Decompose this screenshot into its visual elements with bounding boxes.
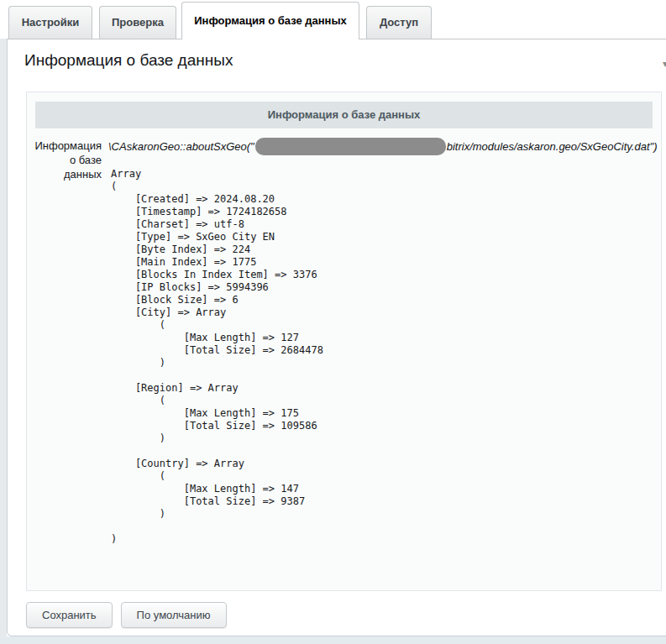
database-info-row: Информация о базе данных \CAskaronGeo::a… xyxy=(27,138,661,546)
tab-settings[interactable]: Настройки xyxy=(8,6,92,39)
redacted-path-overlay xyxy=(255,138,446,155)
page-background-bottom xyxy=(0,636,666,644)
database-info-section: Информация о базе данных Информация о ба… xyxy=(26,92,662,591)
tab-access[interactable]: Доступ xyxy=(366,6,432,39)
page: Настройки Проверка Информация о базе дан… xyxy=(0,0,666,644)
function-call-line: \CAskaronGeo::aboutSxGeo("bitrix/modules… xyxy=(108,138,661,155)
button-row: Сохранить По умолчанию xyxy=(26,602,227,628)
page-background-left xyxy=(0,39,7,636)
field-label: Информация о базе данных xyxy=(30,138,102,546)
tab-check[interactable]: Проверка xyxy=(99,6,176,39)
tab-bar: Настройки Проверка Информация о базе дан… xyxy=(7,0,666,39)
default-button[interactable]: По умолчанию xyxy=(121,602,227,628)
call-prefix: \CAskaronGeo::aboutSxGeo(" xyxy=(108,140,254,153)
tab-database-info[interactable]: Информация о базе данных xyxy=(181,2,359,39)
save-button[interactable]: Сохранить xyxy=(26,602,113,628)
array-dump: Array ( [Created] => 2024.08.20 [Timesta… xyxy=(111,168,661,546)
call-suffix: bitrix/modules/askaron.geo/SxGeoCity.dat… xyxy=(447,140,658,153)
detail-panel: Информация о базе данных ▾ Информация о … xyxy=(7,39,666,636)
page-title: Информация о базе данных xyxy=(24,51,233,70)
section-heading: Информация о базе данных xyxy=(35,102,653,128)
chevron-down-icon[interactable]: ▾ xyxy=(663,58,666,70)
field-value: \CAskaronGeo::aboutSxGeo("bitrix/modules… xyxy=(108,138,661,546)
